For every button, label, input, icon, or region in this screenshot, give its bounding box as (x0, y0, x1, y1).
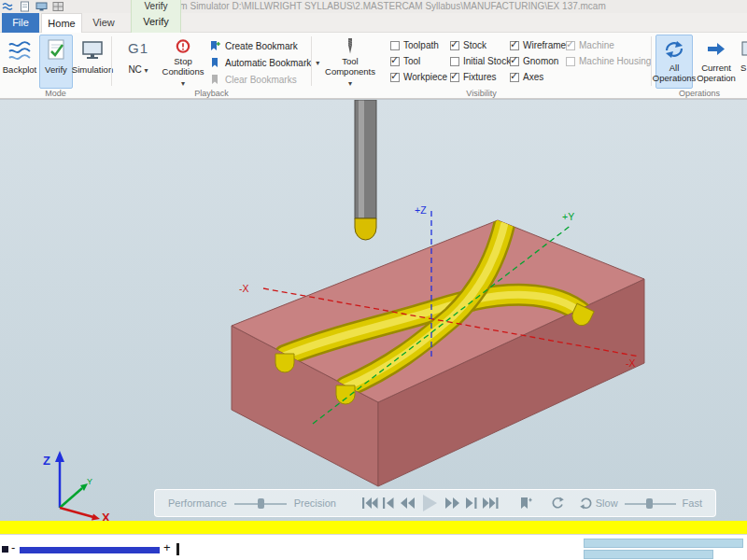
orientation-gnomon: Z Y X (43, 451, 110, 522)
checkbox-machine-housing[interactable]: Machine Housing (566, 53, 651, 69)
ribbon: Backplot Verify Simulation Mode (0, 33, 747, 99)
clipped-ribbon-button[interactable]: S (740, 35, 747, 89)
loop-current-operation-icon[interactable] (577, 493, 596, 513)
stop-conditions-button[interactable]: Stop Conditions ▾ (161, 35, 205, 89)
zoom-in-label[interactable]: + (163, 540, 171, 554)
fast-forward-button[interactable] (444, 493, 462, 513)
create-bookmark-button[interactable]: Create Bookmark (209, 37, 319, 54)
play-backward-button[interactable] (398, 493, 416, 513)
checkbox-toolpath[interactable]: Toolpath (390, 37, 447, 53)
loop-playback-icon[interactable] (548, 493, 567, 513)
progress-segment-top (584, 539, 743, 548)
slider-handle[interactable] (258, 498, 264, 509)
quick-access-toolbar (2, 1, 64, 12)
automatic-bookmark-button[interactable]: Automatic Bookmark ▾ (209, 54, 319, 71)
checkbox-box (390, 73, 400, 82)
quality-slider[interactable] (234, 497, 287, 511)
checkbox-stock[interactable]: Stock (450, 37, 511, 53)
add-bookmark-button[interactable] (516, 493, 535, 513)
speed-control: Slow Fast (596, 497, 702, 511)
stop-square-icon[interactable] (2, 546, 8, 553)
all-operations-icon (663, 38, 685, 61)
tab-home[interactable]: Home (41, 13, 82, 33)
group-label-mode: Mode (0, 89, 111, 98)
checkbox-box (510, 41, 519, 50)
checkbox-initial-stock[interactable]: Initial Stock (450, 53, 511, 69)
qat-waves-icon[interactable] (2, 1, 14, 12)
tab-file[interactable]: File (2, 13, 39, 33)
verify-button[interactable]: Verify (39, 35, 73, 89)
bottom-slider-bar[interactable] (20, 547, 160, 553)
qat-monitor-icon[interactable] (35, 1, 48, 12)
slider-handle[interactable] (646, 498, 653, 509)
step-back-button[interactable] (379, 493, 398, 513)
current-operation-icon (705, 38, 727, 61)
contextual-tab-header: Verify (132, 0, 180, 11)
skip-to-end-button[interactable] (481, 493, 500, 513)
simulation-progress-bar[interactable] (0, 521, 747, 534)
drill-tool-icon (341, 38, 359, 54)
contextual-tab-verify[interactable]: Verify Verify (131, 0, 181, 33)
checkbox-machine[interactable]: Machine (566, 37, 651, 53)
slider-end-cap (176, 543, 179, 555)
title-bar: Mastercam Simulator D:\MILLWRIGHT SYLLAB… (0, 0, 747, 13)
speed-slider[interactable] (625, 497, 676, 511)
qat-grid-icon[interactable] (52, 1, 64, 12)
status-bar: - + (0, 534, 747, 560)
progress-segment-bottom (584, 550, 713, 559)
ribbon-group-mode: Backplot Verify Simulation Mode (0, 33, 111, 99)
cutting-tool (355, 100, 376, 240)
zoom-out-label[interactable]: - (11, 540, 15, 554)
checkbox-workpiece[interactable]: Workpiece (390, 69, 447, 85)
simulation-button[interactable]: Simulation (75, 35, 110, 89)
mastercam-simulator-window: Mastercam Simulator D:\MILLWRIGHT SYLLAB… (0, 0, 747, 560)
current-operation-button[interactable]: Current Operation (695, 35, 738, 89)
nc-label[interactable]: NC (128, 64, 141, 75)
fast-label: Fast (683, 497, 702, 509)
gcode-line-label: G1 (121, 40, 155, 56)
backplot-button[interactable]: Backplot (2, 35, 37, 89)
checkbox-box (450, 41, 459, 50)
chevron-down-icon: ▾ (181, 79, 185, 88)
checkbox-fixtures[interactable]: Fixtures (450, 69, 511, 85)
play-button[interactable] (420, 493, 439, 513)
checkbox-wireframe[interactable]: Wireframe (510, 37, 566, 53)
checkbox-gnomon[interactable]: Gnomon (510, 53, 566, 69)
bookmark-auto-icon (209, 57, 220, 68)
group-label-playback: Playback (112, 89, 311, 98)
qat-document-icon[interactable] (19, 1, 31, 12)
chevron-down-icon: ▾ (145, 66, 148, 75)
gcode-display[interactable]: G1 NC ▾ (121, 40, 155, 75)
tab-verify[interactable]: Verify (132, 11, 180, 27)
checkbox-box (450, 73, 459, 82)
simulation-icon (80, 38, 105, 63)
ribbon-group-operations: All Operations Current Operation S Opera… (652, 33, 747, 99)
stop-conditions-icon (174, 38, 192, 54)
gnomon-label-z: Z (43, 454, 50, 468)
playback-control-bar: Performance Precision (154, 489, 716, 517)
clipped-icon (740, 38, 747, 61)
bookmark-buttons: Create Bookmark Automatic Bookmark ▾ Cle… (209, 37, 319, 88)
skip-to-start-button[interactable] (360, 493, 379, 513)
bookmark-add-icon (209, 40, 220, 51)
bookmark-clear-icon (209, 74, 220, 85)
tab-view[interactable]: View (84, 13, 123, 33)
simulation-3d-view[interactable]: -X -X +Y +Z Z Y X (0, 100, 747, 522)
step-forward-button[interactable] (462, 493, 481, 513)
chevron-down-icon: ▾ (348, 79, 352, 88)
axis-label-z: +Z (415, 204, 427, 216)
checkbox-box (450, 57, 459, 66)
gnomon-label-y: Y (87, 477, 92, 486)
checkbox-axes[interactable]: Axes (510, 69, 566, 85)
window-title: Mastercam Simulator D:\MILLWRIGHT SYLLAB… (0, 1, 747, 11)
clear-bookmarks-button[interactable]: Clear Bookmarks (209, 71, 319, 88)
ribbon-tab-row: File Home View (0, 13, 747, 33)
checkbox-box (390, 57, 400, 66)
group-label-visibility: Visibility (312, 89, 651, 98)
checkbox-tool[interactable]: Tool (390, 53, 447, 69)
tool-components-button[interactable]: Tool Components ▾ (323, 35, 377, 89)
all-operations-button[interactable]: All Operations (655, 35, 693, 89)
simulation-viewport: -X -X +Y +Z Z Y X Performance (0, 99, 747, 521)
checkbox-box (390, 41, 400, 50)
precision-label: Precision (294, 497, 336, 509)
